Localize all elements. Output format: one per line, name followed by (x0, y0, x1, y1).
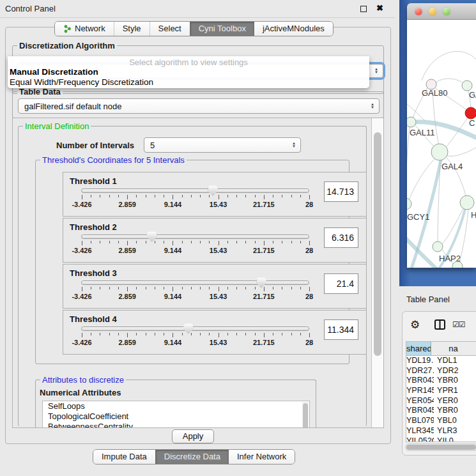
axis-tick (164, 195, 164, 197)
network-node[interactable] (431, 144, 448, 160)
gear-icon[interactable]: ⚙ (410, 318, 420, 332)
axis-tick (245, 333, 246, 335)
network-node[interactable] (465, 107, 476, 119)
node-attribute-table: shared…na YDL19…YDL1YDR27…YDR2YBR043CYBR… (406, 341, 476, 442)
threshold-value-field[interactable]: 14.713 (324, 181, 358, 202)
network-window-titlebar[interactable] (407, 3, 476, 20)
table-cell: YBL079W (406, 416, 434, 426)
axis-tick (146, 333, 146, 335)
table-row[interactable]: YBR045CYBR0 (406, 406, 476, 416)
axis-tick (173, 241, 173, 245)
threshold-value-field[interactable]: 21.4 (324, 273, 358, 294)
tab-label: Infer Network (237, 450, 286, 464)
slider-thumb[interactable] (147, 231, 157, 242)
settings-vertical-scrollbar[interactable] (371, 118, 383, 427)
axis-tick (155, 241, 155, 243)
algorithm-option[interactable]: Equal Width/Frequency Discretization (10, 77, 367, 88)
table-row[interactable]: YBR043CYBR0 (406, 376, 476, 386)
table-cell: YBL0 (434, 416, 476, 426)
axis-tick (182, 287, 183, 289)
axis-tick (245, 287, 246, 289)
algorithm-prompt: Select algorithm to view settings (8, 58, 369, 67)
axis-tick-label: 2.859 (118, 293, 136, 300)
network-node[interactable] (407, 198, 411, 210)
table-row[interactable]: YIL052CYIL0 (406, 436, 476, 442)
axis-tick (264, 333, 265, 337)
network-canvas[interactable]: GAL80GACGAL11GAL4GCY1HHAP2 (407, 20, 476, 268)
column-view-icon[interactable] (434, 319, 445, 332)
axis-tick (219, 287, 219, 291)
slider-track[interactable] (81, 234, 309, 239)
axis-tick (264, 195, 265, 199)
slider-track[interactable] (81, 280, 309, 285)
close-icon[interactable]: ✖ (376, 3, 383, 13)
network-node[interactable] (462, 81, 472, 91)
axis-tick-label: 9.144 (164, 339, 182, 346)
table-row[interactable]: YPR145WYPR1 (406, 386, 476, 396)
table-data-value: galFiltered.sif default node (24, 102, 121, 111)
slider-thumb[interactable] (257, 277, 266, 288)
slider-track[interactable] (81, 188, 309, 193)
table-data-combo[interactable]: galFiltered.sif default node ▲▼ (18, 98, 380, 114)
attributes-list-scrollbar[interactable] (302, 402, 309, 428)
column-header[interactable]: na (431, 342, 476, 355)
slider-thumb[interactable] (183, 323, 193, 334)
algorithm-option[interactable]: Manual Discretization (10, 67, 367, 77)
zoom-traffic-light-icon[interactable] (443, 8, 450, 15)
axis-tick (100, 195, 100, 197)
axis-tick (300, 241, 301, 243)
network-node[interactable] (460, 196, 474, 210)
axis-tick (173, 287, 173, 291)
numerical-attributes-list[interactable]: SelfLoopsTopologicalCoefficientBetweenne… (42, 401, 310, 428)
attribute-list-item[interactable]: BetweennessCentrality (43, 422, 309, 428)
table-row[interactable]: YDR27…YDR2 (406, 366, 476, 376)
tab-discretize-data[interactable]: Discretize Data (155, 450, 229, 464)
tab-style[interactable]: Style (114, 22, 150, 36)
tab-network[interactable]: Network (55, 22, 114, 36)
combo-arrows-icon: ▲▼ (292, 142, 296, 148)
threshold-row: Threshold 3-3.4262.8599.14415.4321.71528… (63, 264, 367, 309)
number-of-intervals-combo[interactable]: 5 ▲▼ (144, 137, 301, 153)
table-horizontal-scrollbar[interactable] (405, 443, 476, 451)
close-traffic-light-icon[interactable] (415, 8, 422, 15)
attribute-list-item[interactable]: SelfLoops (43, 401, 309, 411)
column-header[interactable]: shared… (406, 342, 431, 355)
axis-tick (155, 333, 155, 335)
axis-tick (182, 333, 183, 335)
axis-tick (300, 333, 301, 335)
axis-tick (136, 195, 137, 197)
axis-tick (291, 241, 292, 243)
network-node[interactable] (433, 242, 443, 252)
apply-button[interactable]: Apply (172, 429, 214, 443)
attribute-list-item[interactable]: TopologicalCoefficient (43, 411, 309, 422)
axis-tick (282, 333, 282, 335)
network-icon (63, 24, 72, 33)
slider-track[interactable] (81, 326, 309, 331)
tab-label: Network (75, 22, 105, 36)
combo-arrows-icon: ▲▼ (374, 68, 378, 74)
table-row[interactable]: YLR345WYLR3 (406, 426, 476, 436)
network-node[interactable] (407, 117, 416, 127)
table-row[interactable]: YDL19…YDL1 (406, 356, 476, 366)
axis-tick (227, 287, 228, 289)
axis-tick-label: -3.426 (72, 247, 91, 254)
tab-label: Select (158, 22, 181, 36)
tab-label: Cyni Toolbox (199, 22, 246, 36)
minimize-traffic-light-icon[interactable] (429, 8, 436, 15)
select-columns-icon[interactable]: ☑☑ (452, 320, 465, 329)
threshold-value-field[interactable]: 11.344 (324, 319, 358, 340)
float-window-icon[interactable] (360, 6, 367, 12)
table-row[interactable]: YER054CYER0 (406, 396, 476, 406)
tab-infer-network[interactable]: Infer Network (229, 450, 295, 464)
network-window[interactable]: GAL80GACGAL11GAL4GCY1HHAP2 (407, 3, 476, 268)
threshold-value-field[interactable]: 6.316 (324, 227, 358, 248)
tab-cyni-toolbox[interactable]: Cyni Toolbox (190, 22, 254, 36)
tab-select[interactable]: Select (150, 22, 190, 36)
table-row[interactable]: YBL079WYBL0 (406, 416, 476, 426)
tab-impute-data[interactable]: Impute Data (93, 450, 155, 464)
tab-jactivemnodules[interactable]: jActiveMNodules (254, 22, 333, 36)
axis-tick-label: -3.426 (72, 293, 91, 300)
table-panel: ⚙ ☑☑ shared…na YDL19…YDL1YDR27…YDR2YBR04… (402, 311, 476, 456)
axis-tick (209, 333, 210, 335)
axis-tick (82, 287, 82, 291)
